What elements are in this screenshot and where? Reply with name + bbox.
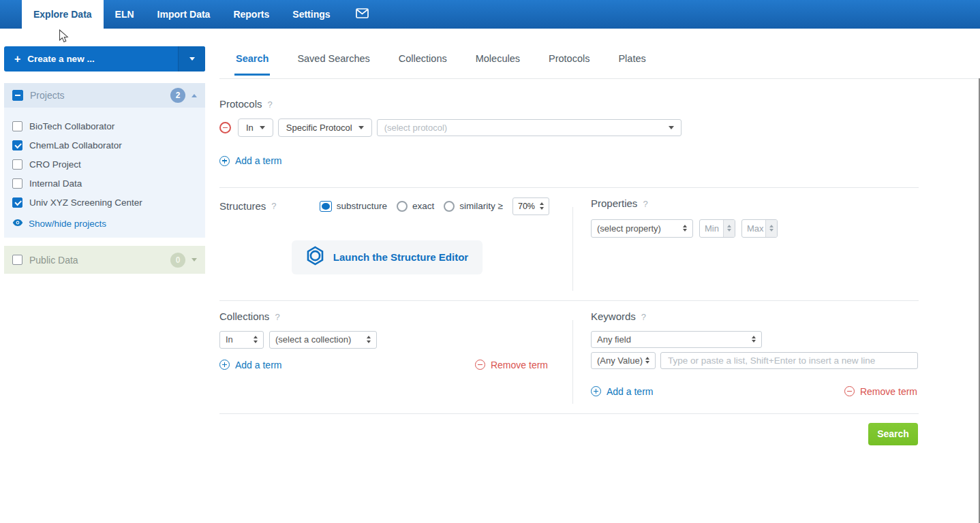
project-item-chemlab-collaborator[interactable]: ChemLab Collaborator <box>12 136 197 155</box>
tab-plates[interactable]: Plates <box>617 48 647 76</box>
minus-circle-icon <box>475 360 485 370</box>
chevron-down-icon <box>358 126 364 129</box>
project-item-cro-project[interactable]: CRO Project <box>12 155 197 174</box>
keywords-heading: Keywords <box>591 311 636 322</box>
similarity-radio[interactable] <box>444 201 455 212</box>
protocols-add-term-link[interactable]: Add a term <box>219 155 281 166</box>
spinner-arrows-icon[interactable] <box>723 220 735 237</box>
plus-icon: + <box>14 54 20 65</box>
help-icon[interactable]: ? <box>641 312 646 322</box>
show-hide-projects-label: Show/hide projects <box>29 219 106 229</box>
search-submit-button[interactable]: Search <box>868 423 918 445</box>
public-data-section-header[interactable]: Public Data 0 <box>4 246 205 274</box>
property-select[interactable]: (select property) <box>591 219 693 238</box>
protocol-combobox[interactable]: (select protocol) <box>377 119 682 136</box>
select-arrows-icon <box>254 336 258 343</box>
keywords-value-select[interactable]: (Any Value) <box>591 352 656 369</box>
create-new-button[interactable]: + Create a new ... <box>4 46 205 72</box>
tab-protocols[interactable]: Protocols <box>547 48 591 76</box>
benzene-ring-icon <box>306 246 324 268</box>
spinner-arrows-icon[interactable] <box>540 202 544 210</box>
substructure-label: substructure <box>337 201 387 211</box>
mouse-cursor-icon <box>59 29 70 47</box>
collection-select-value: (select a collection) <box>275 334 351 345</box>
tab-collections[interactable]: Collections <box>397 48 448 76</box>
projects-select-all-checkbox[interactable] <box>12 90 23 101</box>
collection-select[interactable]: (select a collection) <box>269 331 377 349</box>
nav-tab-import-data[interactable]: Import Data <box>146 0 222 29</box>
minus-circle-icon <box>844 386 855 396</box>
help-icon[interactable]: ? <box>268 99 273 110</box>
project-checkbox[interactable] <box>12 159 22 170</box>
select-arrows-icon <box>645 357 649 364</box>
messages-button[interactable] <box>345 0 380 29</box>
keywords-value-label: (Any Value) <box>597 355 643 366</box>
projects-section-header[interactable]: Projects 2 <box>4 83 205 108</box>
exact-label: exact <box>412 201 434 211</box>
nav-tab-reports[interactable]: Reports <box>221 0 281 29</box>
help-icon[interactable]: ? <box>643 199 647 209</box>
project-item-univ-xyz-screening-center[interactable]: Univ XYZ Screening Center <box>12 193 197 212</box>
protocol-in-select[interactable]: In <box>238 118 273 137</box>
add-term-label: Add a term <box>235 360 281 370</box>
tab-molecules[interactable]: Molecules <box>474 48 521 76</box>
spinner-arrows-icon[interactable] <box>765 220 777 237</box>
sidebar: + Create a new ... Projects 2 BioTech Co… <box>4 46 205 274</box>
keywords-field-select[interactable]: Any field <box>591 331 762 348</box>
project-checkbox[interactable] <box>12 197 22 208</box>
keywords-input[interactable] <box>660 352 918 369</box>
project-item-internal-data[interactable]: Internal Data <box>12 174 197 193</box>
structures-properties-row: Structures ? substructure exact similari… <box>219 188 919 300</box>
similarity-percent-spinner[interactable]: 70% <box>512 197 549 215</box>
select-arrows-icon <box>683 225 687 232</box>
chevron-down-icon <box>669 126 674 129</box>
collections-remove-term-link[interactable]: Remove term <box>475 360 548 370</box>
public-data-checkbox[interactable] <box>12 255 22 265</box>
collections-section: Collections ? In (select a collection) A… <box>219 311 572 413</box>
project-checkbox[interactable] <box>12 140 22 150</box>
keywords-add-term-link[interactable]: Add a term <box>591 386 653 397</box>
similarity-value: 70% <box>518 202 535 211</box>
tab-search[interactable]: Search <box>234 48 270 76</box>
project-checkbox[interactable] <box>12 178 22 189</box>
collections-in-select[interactable]: In <box>219 331 264 349</box>
project-checkbox[interactable] <box>12 121 22 131</box>
plus-circle-icon <box>219 360 230 370</box>
help-icon[interactable]: ? <box>275 312 279 322</box>
add-term-label: Add a term <box>607 386 653 397</box>
nav-tab-settings[interactable]: Settings <box>281 0 341 29</box>
protocol-in-value: In <box>246 123 254 133</box>
launch-structure-editor-button[interactable]: Launch the Structure Editor <box>292 240 483 274</box>
protocol-type-select[interactable]: Specific Protocol <box>278 118 372 137</box>
property-select-value: (select property) <box>597 223 661 234</box>
protocols-section: Protocols ? In Specific Protocol (select… <box>219 79 919 169</box>
properties-heading: Properties <box>591 197 637 209</box>
chevron-down-icon <box>189 57 195 61</box>
search-tabs: Search Saved Searches Collections Molecu… <box>219 48 980 76</box>
public-data-title: Public Data <box>29 255 78 266</box>
envelope-icon <box>356 8 369 21</box>
collections-keywords-row: Collections ? In (select a collection) A… <box>219 301 919 413</box>
nav-tab-eln[interactable]: ELN <box>104 0 146 29</box>
tab-saved-searches[interactable]: Saved Searches <box>296 48 371 76</box>
project-list: BioTech Collaborator ChemLab Collaborato… <box>4 108 205 238</box>
chevron-up-icon[interactable] <box>192 94 197 97</box>
remove-term-icon[interactable] <box>219 122 231 133</box>
substructure-radio[interactable] <box>320 201 332 212</box>
main-content: Search Saved Searches Collections Molecu… <box>219 48 980 76</box>
project-item-biotech-collaborator[interactable]: BioTech Collaborator <box>12 116 197 136</box>
help-icon[interactable]: ? <box>271 201 276 211</box>
create-new-dropdown-toggle[interactable] <box>178 46 205 72</box>
max-placeholder: Max <box>742 220 765 237</box>
launch-editor-label: Launch the Structure Editor <box>333 251 468 263</box>
chevron-down-icon[interactable] <box>192 258 197 262</box>
remove-term-label: Remove term <box>491 360 548 370</box>
collections-in-value: In <box>226 334 233 345</box>
property-min-input[interactable]: Min <box>699 219 735 238</box>
keywords-remove-term-link[interactable]: Remove term <box>844 386 917 397</box>
exact-radio[interactable] <box>397 201 408 212</box>
property-max-input[interactable]: Max <box>741 219 778 238</box>
nav-tab-explore-data[interactable]: Explore Data <box>22 0 104 29</box>
collections-add-term-link[interactable]: Add a term <box>219 360 281 370</box>
show-hide-projects-link[interactable]: Show/hide projects <box>12 217 197 229</box>
